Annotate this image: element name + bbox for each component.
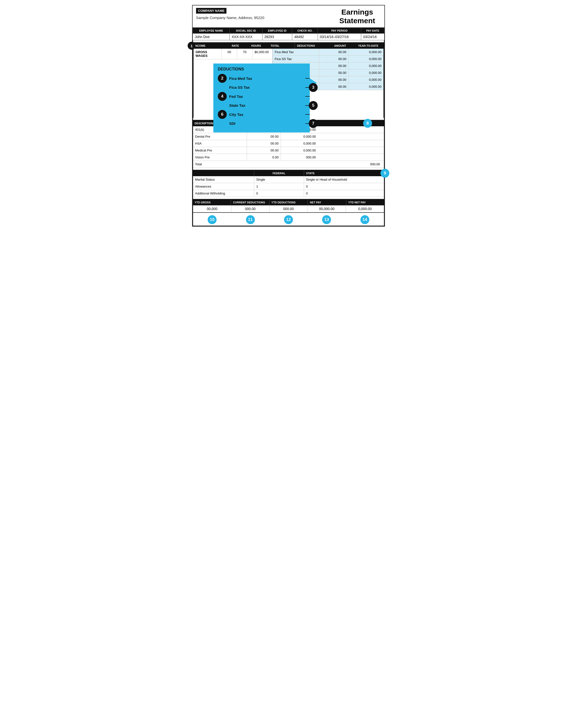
employee-name-header: EMPLOYEE NAME <box>193 28 230 34</box>
header-section: COMPANY NAME Sample Company Name, Addres… <box>193 5 384 27</box>
overlay-label-1: Fica SS Tax <box>229 85 250 89</box>
employee-table: EMPLOYEE NAME SOCIAL SEC ID EMPLOYEE ID … <box>193 27 384 40</box>
desc-row-3: Medical Pre 00.00 0,000.00 <box>193 147 384 154</box>
desc-badge-col: 8 <box>315 120 384 126</box>
social-sec-value: XXX-XX-XXX <box>229 34 262 40</box>
deduction-row-1: Fica SS Tax 00.00 0,000.00 <box>273 56 383 62</box>
badge-11: 11 <box>246 215 255 224</box>
income-body-wrapper: GROSS WAGES 00 70 $0,000.00 Fica Med Tax… <box>193 49 384 118</box>
income-row-gross-wages: GROSS WAGES 00 70 $0,000.00 <box>194 49 272 59</box>
ytd-gross-value: 00,000 <box>193 205 231 212</box>
bottom-badges: 10 11 12 13 14 <box>193 213 384 226</box>
total-label: Total <box>195 162 370 166</box>
income-deductions-header: 1 INCOME RATE HOURS TOTAL DEDUCTIONS AMO… <box>193 42 384 49</box>
tax-federal-header: FEDERAL <box>254 170 304 176</box>
badge-2: 2 <box>218 74 227 83</box>
gross-wages-label: GROSS WAGES <box>194 49 222 59</box>
tax-label-col <box>193 170 254 176</box>
pay-period-value: 03/14/16–03/27/16 <box>318 34 361 40</box>
gross-wages-hours: 70 <box>237 49 252 59</box>
current-deductions-value: 000.00 <box>231 205 270 212</box>
overlay-item-4: 6 City Tax <box>218 110 305 119</box>
check-no-value: 48492 <box>292 34 318 40</box>
deduction-row-0: Fica Med Tax 00.00 0,000.00 <box>273 49 383 56</box>
pay-date-header: PAY DATE <box>361 28 384 34</box>
social-sec-header: SOCIAL SEC ID <box>229 28 262 34</box>
overlay-item-0: 2 Fica Med Tax <box>218 74 305 83</box>
net-pay-value: 00,000.00 <box>308 205 346 212</box>
gross-wages-rate: 00 <box>222 49 237 59</box>
badge-3: 3 <box>309 83 318 92</box>
badge-7: 7 <box>309 119 318 128</box>
tax-row-2: Additional Witholding 0 0 <box>193 190 384 197</box>
ytd-deductions-value: 000.00 <box>270 205 308 212</box>
income-body: GROSS WAGES 00 70 $0,000.00 Fica Med Tax… <box>193 49 384 118</box>
gross-wages-total: $0,000.00 <box>252 49 272 59</box>
earnings-statement-page: COMPANY NAME Sample Company Name, Addres… <box>192 5 385 227</box>
ytd-deductions-header: YTD DEDUCTIONS <box>270 200 308 205</box>
badge-12: 12 <box>284 215 293 224</box>
badge-14: 14 <box>360 215 369 224</box>
blue-overlay: DEDUCTIONS 2 Fica Med Tax Fica SS Tax 3 … <box>214 63 310 132</box>
desc-row-2: HSA 00.00 0,000.00 <box>193 140 384 147</box>
overlay-label-0: Fica Med Tax <box>229 76 252 81</box>
badge-5: 5 <box>309 101 318 110</box>
overlay-item-1: Fica SS Tax 3 <box>218 85 305 89</box>
ytd-gross-header: YTD GROSS <box>193 200 231 205</box>
overlay-item-3: State Tax 5 <box>218 103 305 107</box>
badge-8: 8 <box>363 119 372 128</box>
pay-period-header: PAY PERIOD <box>318 28 361 34</box>
badge-9: 9 <box>380 169 390 178</box>
overlay-label-5: SDI <box>229 121 235 126</box>
summary-body: 00,000 000.00 000.00 00,000.00 0,000.00 <box>193 205 384 213</box>
employee-name-value: John Doe <box>193 34 230 40</box>
header-left: COMPANY NAME Sample Company Name, Addres… <box>193 5 330 27</box>
employee-id-header: EMPLOYEE ID <box>262 28 292 34</box>
badge-4: 4 <box>218 92 227 101</box>
current-deductions-header: CURRENT DEDUCTIONS <box>231 200 269 205</box>
description-body: 401(k) 00.00 0,000.00 Dental Pre 00.00 0… <box>193 126 384 168</box>
employee-id-value: 28293 <box>262 34 292 40</box>
overlay-label-2: Fed Tax <box>229 95 243 99</box>
tax-row-0: Marital Status Single Single or Head of … <box>193 176 384 183</box>
total-col-header: TOTAL <box>269 43 295 49</box>
ytd-col-header: YEAR-TO-DATE <box>356 43 384 49</box>
overlay-label-3: State Tax <box>229 103 246 107</box>
income-col-header: INCOME <box>193 43 230 49</box>
badge-13: 13 <box>322 215 331 224</box>
badge-6: 6 <box>218 110 227 119</box>
tax-row-1: Allowances 1 0 <box>193 183 384 190</box>
total-value: 000.00 <box>370 162 382 166</box>
tax-header: FEDERAL STATE 9 <box>193 170 384 176</box>
desc-row-1: Dental Pre 00.00 0,000.00 <box>193 133 384 140</box>
badge-10: 10 <box>208 215 217 224</box>
overlay-item-2: 4 Fed Tax <box>218 92 305 101</box>
earnings-title: EarningsStatement <box>339 8 375 25</box>
overlay-label-4: City Tax <box>229 112 243 116</box>
company-value: Sample Company Name, Address, 95220 <box>196 16 327 20</box>
ytd-net-pay-value: 0,000.00 <box>346 205 384 212</box>
overlay-item-5: SDI 7 <box>218 121 305 126</box>
hours-col-header: HOURS <box>249 43 269 49</box>
amount-col-header: AMOUNT <box>332 43 356 49</box>
blue-overlay-title: DEDUCTIONS <box>218 67 305 72</box>
net-pay-header: NET PAY <box>308 200 346 205</box>
desc-total-row: Total 000.00 <box>193 161 384 168</box>
tax-body: Marital Status Single Single or Head of … <box>193 176 384 197</box>
company-label: COMPANY NAME <box>196 8 226 14</box>
summary-header: YTD GROSS CURRENT DEDUCTIONS YTD DEDUCTI… <box>193 199 384 205</box>
rate-col-header: RATE <box>230 43 249 49</box>
check-no-header: CHECK NO. <box>292 28 318 34</box>
tax-state-header: STATE <box>304 170 384 176</box>
header-right: EarningsStatement <box>330 5 384 27</box>
deductions-col-header: DEDUCTIONS <box>295 43 332 49</box>
pay-date-value: 03/24/16 <box>361 34 384 40</box>
desc-row-4: Vision Pre 0.00 000.00 <box>193 154 384 161</box>
ytd-net-pay-header: YTD NET PAY <box>346 200 384 205</box>
